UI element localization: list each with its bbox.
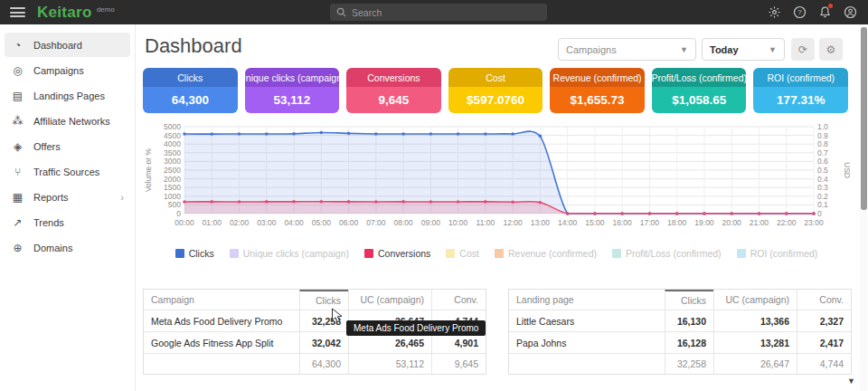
svg-text:10:00: 10:00 [448,218,468,227]
refresh-button[interactable]: ⟳ [791,38,815,61]
sidebar-item-affiliate-networks[interactable]: ⁂Affiliate Networks [5,109,130,133]
dashboard-icon: ◔ [11,39,24,52]
row-value: 32,042 [299,332,348,353]
stat-card-label: Unique clicks (campaign) [245,68,340,87]
dashboard-settings-button[interactable]: ⚙ [819,38,843,61]
sidebar-item-reports[interactable]: ▦Reports› [5,185,130,209]
total-value: 32,258 [665,354,713,374]
sidebar: ◔Dashboard◎Campaigns▤Landings Pages⁂Affi… [0,24,136,391]
scroll-down-icon[interactable]: ▼ [847,377,855,386]
svg-text:13:00: 13:00 [531,218,551,227]
row-name[interactable]: Papa Johns [509,332,665,353]
table-column-header[interactable]: UC (campaign) [348,290,431,310]
legend-swatch [230,249,239,258]
sidebar-item-label: Landings Pages [33,91,105,101]
legend-item-profit-loss-confirmed[interactable]: Profit/Loss (confirmed) [612,248,722,259]
svg-text:08:00: 08:00 [393,218,413,227]
svg-text:12:00: 12:00 [503,218,523,227]
svg-text:07:00: 07:00 [366,218,386,227]
legend-item-conversions[interactable]: Conversions [364,248,430,259]
legend-label: Unique clicks (campaign) [243,248,349,259]
total-value: 26,647 [713,354,797,374]
row-value: 2,327 [797,310,851,331]
svg-text:2500: 2500 [164,166,181,175]
app-logo: Keitaro [37,4,92,22]
stat-card-label: Clicks [143,68,238,87]
row-name[interactable]: Meta Ads Food Delivery Promo [144,310,299,331]
legend-item-revenue-confirmed[interactable]: Revenue (confirmed) [495,248,597,259]
sidebar-item-offers[interactable]: ◈Offers [5,134,130,158]
legend-item-cost[interactable]: Cost [446,248,479,259]
campaigns-icon: ◎ [11,64,24,77]
date-range-select[interactable]: Today ▼ [702,38,785,61]
table-column-header[interactable]: Clicks [665,290,713,310]
sidebar-item-domains[interactable]: ⊕Domains [5,235,130,260]
svg-text:05:00: 05:00 [312,218,332,227]
offers-icon: ◈ [11,140,24,153]
table-column-header[interactable]: UC (campaign) [713,290,797,310]
help-icon[interactable]: ? [793,5,807,19]
campaigns-filter-select[interactable]: Campaigns ▼ [558,38,696,61]
traffic-chart[interactable]: 005000.110000.215000.320000.425000.53000… [143,119,850,239]
legend-swatch [446,249,455,258]
table-name-header[interactable]: Campaign [144,290,299,310]
stat-card-conversions[interactable]: Conversions9,645 [346,68,441,113]
stat-card-clicks[interactable]: Clicks64,300 [143,68,238,113]
reports-icon: ▦ [11,191,24,204]
legend-swatch [612,249,621,258]
stat-card-value: $597.0760 [448,87,543,113]
affiliate-networks-icon: ⁂ [11,115,24,128]
sidebar-item-dashboard[interactable]: ◔Dashboard [5,33,130,57]
total-value: 4,744 [797,354,851,374]
stat-cards-row: Clicks64,300Unique clicks (campaign)53,1… [143,68,848,113]
notifications-bell-icon[interactable] [818,5,832,19]
legend-item-clicks[interactable]: Clicks [175,248,214,259]
svg-text:0.9: 0.9 [817,131,828,140]
search-input[interactable] [352,7,541,18]
stat-card-profit-loss-confirmed[interactable]: Profit/Loss (confirmed)$1,058.65 [652,68,747,113]
table-row[interactable]: Little Caesars16,13013,3662,327 [509,310,851,331]
stat-card-value: $1,058.65 [652,87,747,113]
row-name[interactable]: Little Caesars [509,310,665,331]
stat-card-value: $1,655.73 [550,87,645,113]
row-value: 13,281 [713,332,797,353]
svg-text:0.6: 0.6 [817,157,828,166]
account-icon[interactable] [844,5,857,19]
table-column-header[interactable]: Conv. [797,290,851,310]
stat-card-label: Revenue (confirmed) [550,68,645,87]
settings-gear-icon[interactable] [768,5,781,19]
table-column-header[interactable]: Conv. [431,290,486,310]
sidebar-item-campaigns[interactable]: ◎Campaigns [5,58,130,82]
menu-icon[interactable] [10,7,25,17]
row-value: 16,130 [665,310,713,331]
scrollbar-thumb[interactable] [861,27,867,210]
svg-text:2000: 2000 [164,175,181,184]
svg-text:0: 0 [176,209,181,218]
table-name-header[interactable]: Landing page [509,290,665,310]
landings-icon: ▤ [11,90,24,102]
svg-text:01:00: 01:00 [203,218,222,227]
search-box[interactable] [330,4,547,21]
trends-icon: ↗ [11,216,24,229]
sidebar-item-traffic-sources[interactable]: ⑂Traffic Sources [5,159,130,184]
row-tooltip: Meta Ads Food Delivery Promo [346,320,486,336]
row-name[interactable]: Google Ads Fitness App Split [144,332,299,353]
stat-card-label: ROI (confirmed) [753,68,848,87]
sidebar-item-landings-pages[interactable]: ▤Landings Pages [5,83,130,108]
svg-text:16:00: 16:00 [613,218,633,227]
table-row[interactable]: Papa Johns16,12813,2812,417 [509,331,851,353]
svg-text:09:00: 09:00 [421,218,441,227]
sidebar-item-trends[interactable]: ↗Trends [5,210,130,234]
svg-text:0.2: 0.2 [817,192,828,201]
legend-item-roi-confirmed[interactable]: ROI (confirmed) [737,248,818,259]
svg-text:3500: 3500 [164,148,181,157]
table-column-header[interactable]: Clicks [299,290,348,310]
stat-card-unique-clicks-campaign[interactable]: Unique clicks (campaign)53,112 [245,68,340,113]
stat-card-roi-confirmed[interactable]: ROI (confirmed)177.31% [753,68,848,113]
stat-card-revenue-confirmed[interactable]: Revenue (confirmed)$1,655.73 [550,68,645,113]
stat-card-cost[interactable]: Cost$597.0760 [448,68,543,113]
stat-card-value: 9,645 [346,87,441,113]
legend-item-unique-clicks-campaign[interactable]: Unique clicks (campaign) [230,248,349,259]
mouse-cursor [331,308,344,324]
svg-text:00:00: 00:00 [175,218,194,227]
